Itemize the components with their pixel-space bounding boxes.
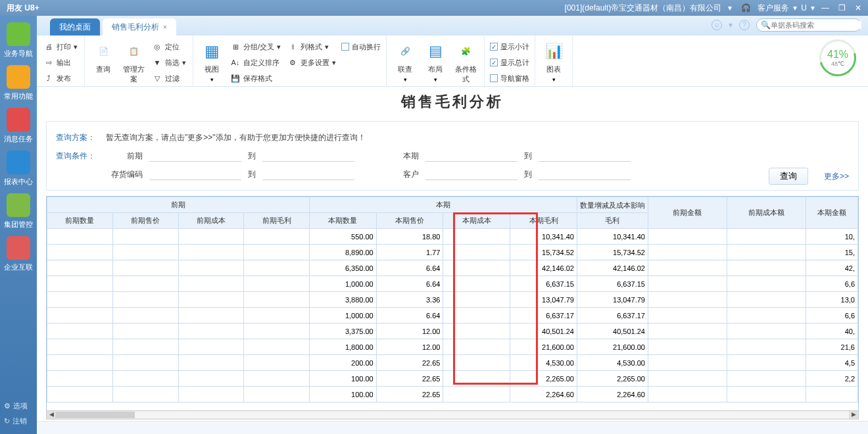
dropdown-icon[interactable]: ▾ bbox=[277, 43, 281, 51]
to-label: 到 bbox=[521, 151, 535, 162]
dropdown-icon[interactable]: ▾ bbox=[552, 76, 556, 83]
logout-button[interactable]: ↻注销 bbox=[0, 414, 37, 429]
col-cur-price: 本期售价 bbox=[376, 213, 443, 229]
autowrap-checkbox[interactable]: 自动换行 bbox=[341, 39, 381, 54]
prev-period-to-input[interactable] bbox=[262, 150, 354, 162]
sidebar-item-5[interactable]: 企业互联 bbox=[2, 236, 35, 272]
show-subtotal-checkbox[interactable]: ✓显示小计 bbox=[490, 39, 529, 54]
company-name: [001](default)帝宝交通器材（南昌）有限公司 bbox=[565, 3, 729, 14]
publish-button[interactable]: ⤴发布 bbox=[42, 71, 79, 85]
sidebar-item-0[interactable]: 业务导航 bbox=[2, 22, 35, 59]
table-row[interactable]: 8,890.001.7715,734.5215,734.5215, bbox=[47, 245, 858, 260]
print-button[interactable]: 🖨打印 ▾ bbox=[42, 39, 79, 54]
table-cell: 2,265.00 bbox=[510, 371, 577, 387]
dropdown-icon[interactable]: ▾ bbox=[793, 3, 797, 12]
table-row[interactable]: 3,880.003.3613,047.7913,047.7913,0 bbox=[47, 292, 858, 308]
dropdown-icon[interactable]: ▾ bbox=[404, 76, 407, 83]
custom-sort-button[interactable]: A↓自定义排序 bbox=[229, 55, 282, 70]
table-cell: 200.00 bbox=[310, 355, 377, 371]
stock-code-to-input[interactable] bbox=[262, 168, 354, 180]
manage-plan-button[interactable]: 📋管理方案▾ bbox=[120, 38, 147, 93]
table-cell bbox=[178, 260, 244, 276]
tab-desktop[interactable]: 我的桌面 bbox=[50, 18, 100, 36]
smile-icon[interactable]: ☺ bbox=[711, 20, 722, 30]
scroll-left-icon[interactable]: ◀ bbox=[47, 411, 56, 419]
tab-close-icon[interactable]: × bbox=[163, 24, 167, 31]
scrollbar-thumb[interactable] bbox=[56, 412, 135, 418]
cond-format-button[interactable]: 🧩条件格式▾ bbox=[452, 38, 479, 93]
group-cross-button[interactable]: ⊞分组/交叉 ▾ bbox=[229, 39, 282, 54]
table-row[interactable]: 200.0022.654,530.004,530.004,5 bbox=[47, 355, 858, 371]
table-cell: 42, bbox=[806, 260, 858, 276]
show-total-checkbox[interactable]: ✓显示总计 bbox=[490, 55, 529, 70]
dropdown-icon[interactable]: ▾ bbox=[74, 43, 78, 51]
sidebar-item-2[interactable]: 消息任务 bbox=[2, 108, 35, 144]
nav-pane-checkbox[interactable]: 导航窗格 bbox=[490, 71, 529, 85]
barcode-search-box[interactable]: 🔍 bbox=[756, 18, 861, 32]
dropdown-icon[interactable]: ▾ bbox=[332, 59, 336, 67]
tab-sales-profit[interactable]: 销售毛利分析× bbox=[103, 18, 176, 36]
barcode-search-input[interactable] bbox=[771, 21, 861, 29]
dropdown-icon[interactable]: ▾ bbox=[210, 76, 214, 83]
scroll-right-icon[interactable]: ▶ bbox=[849, 411, 858, 419]
locate-button[interactable]: ◎定位 bbox=[151, 39, 187, 54]
customer-to-input[interactable] bbox=[539, 168, 631, 180]
current-period-to-input[interactable] bbox=[539, 150, 631, 162]
customer-service-label[interactable]: 客户服务 bbox=[758, 3, 789, 14]
current-period-from-input[interactable] bbox=[425, 150, 518, 162]
table-row[interactable]: 1,000.006.646,637.176,637.176,6 bbox=[47, 308, 858, 324]
table-row[interactable]: 3,375.0012.0040,501.2440,501.2440, bbox=[47, 324, 858, 339]
stock-code-from-input[interactable] bbox=[149, 168, 241, 180]
table-cell bbox=[244, 260, 310, 276]
view-button[interactable]: ▦视图▾ bbox=[199, 38, 225, 84]
dropdown-icon[interactable]: ▾ bbox=[728, 3, 732, 12]
save-format-button[interactable]: 💾保存格式 bbox=[229, 71, 282, 85]
table-cell bbox=[244, 276, 310, 292]
chart-button[interactable]: 📊图表▾ bbox=[541, 38, 567, 84]
output-button[interactable]: ⇨输出 bbox=[42, 55, 79, 70]
export-icon: ⇨ bbox=[43, 57, 54, 68]
table-row[interactable]: 1,800.0012.0021,600.0021,600.0021,6 bbox=[47, 339, 858, 355]
linkquery-button[interactable]: 🔗联查▾ bbox=[392, 38, 418, 84]
table-row[interactable]: 100.0022.652,265.002,265.002,2 bbox=[47, 371, 858, 387]
dropdown-icon[interactable]: ▾ bbox=[811, 3, 815, 12]
sidebar-item-label: 报表中心 bbox=[2, 177, 35, 187]
dropdown-icon[interactable]: ▾ bbox=[434, 76, 437, 83]
headset-icon[interactable]: 🎧 bbox=[738, 2, 754, 14]
sidebar-item-4[interactable]: 集团管控 bbox=[2, 193, 35, 229]
table-cell bbox=[178, 308, 244, 324]
table-cell bbox=[244, 308, 310, 324]
table-row[interactable]: 6,350.006.6442,146.0242,146.0242, bbox=[47, 260, 858, 276]
filter2-button[interactable]: ▽过滤 bbox=[151, 71, 187, 85]
dropdown-icon[interactable]: ▾ bbox=[729, 20, 733, 30]
more-settings-button[interactable]: ⚙更多设置 ▾ bbox=[286, 55, 337, 70]
link-icon: 🔗 bbox=[395, 41, 416, 62]
help-icon[interactable]: ? bbox=[739, 20, 750, 30]
performance-badge[interactable]: 41% 48℃ bbox=[819, 39, 856, 76]
dropdown-icon[interactable]: ▾ bbox=[182, 59, 186, 67]
sidebar-item-1[interactable]: 常用功能 bbox=[2, 65, 35, 101]
layout-button[interactable]: ▤布局▾ bbox=[422, 38, 448, 84]
window-restore-icon[interactable]: ❐ bbox=[836, 2, 848, 14]
sidebar-item-3[interactable]: 报表中心 bbox=[2, 151, 35, 187]
prev-period-from-input[interactable] bbox=[149, 150, 241, 162]
horizontal-scrollbar[interactable]: ◀ ▶ bbox=[46, 410, 859, 420]
table-row[interactable]: 100.0022.652,264.602,264.60 bbox=[47, 387, 858, 402]
table-row[interactable]: 550.0018.8010,341.4010,341.4010, bbox=[47, 229, 858, 245]
customer-from-input[interactable] bbox=[425, 168, 518, 180]
checkbox-icon bbox=[490, 74, 498, 82]
window-minimize-icon[interactable]: — bbox=[819, 2, 832, 14]
run-query-button[interactable]: 查询 bbox=[769, 168, 808, 185]
options-button[interactable]: ⚙选项 bbox=[0, 398, 37, 414]
query-button[interactable]: 📄查询 bbox=[90, 38, 116, 74]
table-cell: 10, bbox=[806, 229, 858, 245]
more-link[interactable]: 更多>> bbox=[824, 171, 849, 182]
table-row[interactable]: 1,000.006.646,637.156,637.156,6 bbox=[47, 276, 858, 292]
filter-button[interactable]: ▼筛选 ▾ bbox=[151, 55, 187, 70]
dropdown-icon[interactable]: ▾ bbox=[325, 43, 329, 51]
u-label[interactable]: U bbox=[801, 3, 807, 12]
col-cur-amount: 本期金额 bbox=[806, 197, 858, 229]
window-close-icon[interactable]: ✕ bbox=[852, 2, 864, 14]
table-cell bbox=[244, 229, 310, 245]
column-format-button[interactable]: ⦀列格式 ▾ bbox=[286, 39, 337, 54]
